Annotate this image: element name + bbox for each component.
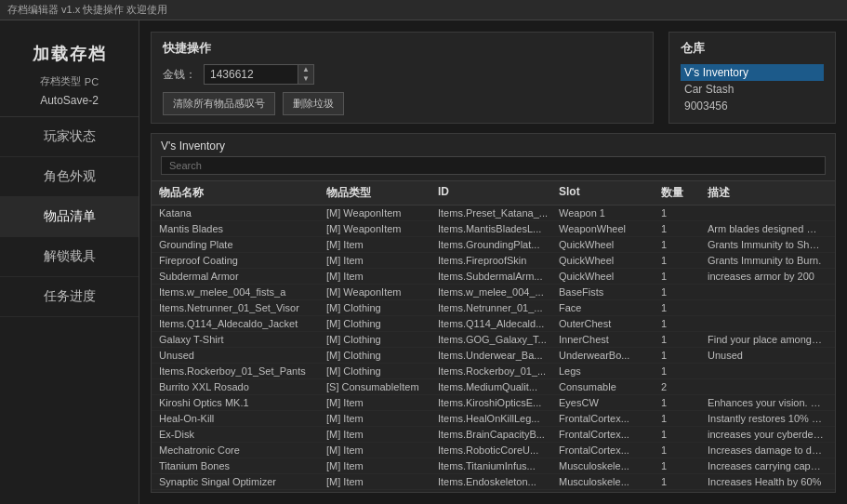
table-cell-4: 1 xyxy=(661,255,708,266)
table-header: 物品名称 物品类型 ID Slot 数量 描述 xyxy=(152,181,835,206)
table-cell-3: Face xyxy=(559,302,661,313)
money-up-button[interactable]: ▲ xyxy=(298,65,313,74)
table-row[interactable]: Subdermal Armor[M] ItemItems.SubdermalAr… xyxy=(152,269,835,285)
table-row[interactable]: Fireproof Coating[M] ItemItems.Fireproof… xyxy=(152,253,835,269)
table-row[interactable]: Katana[M] WeaponItemItems.Preset_Katana_… xyxy=(152,206,835,221)
sidebar: 加载存档 存档类型 PC AutoSave-2 玩家状态角色外观物品清单解锁载具… xyxy=(0,20,139,504)
table-cell-1: [M] Clothing xyxy=(326,350,438,361)
search-input[interactable] xyxy=(161,156,826,175)
sidebar-nav-quest-progress[interactable]: 任务进度 xyxy=(0,277,139,317)
sidebar-nav-char-appearance[interactable]: 角色外观 xyxy=(0,157,139,197)
money-down-button[interactable]: ▼ xyxy=(298,74,313,84)
table-cell-2: Items.KiroshiOpticsE... xyxy=(438,397,559,408)
table-cell-3: BaseFists xyxy=(559,286,661,298)
table-row[interactable]: Items.Netrunner_01_Set_Visor[M] Clothing… xyxy=(152,300,835,316)
table-cell-2: Items.MediumQualit... xyxy=(438,381,559,392)
col-desc: 描述 xyxy=(708,185,827,201)
table-row[interactable]: Nanorelays[M] ItemItems.ImprovedReact...… xyxy=(152,490,835,492)
table-cell-1: [M] Item xyxy=(326,255,438,266)
table-cell-3: Legs xyxy=(559,365,661,377)
table-cell-1: [M] Item xyxy=(326,476,438,487)
table-cell-0: Galaxy T-Shirt xyxy=(159,334,326,345)
table-cell-4: 1 xyxy=(661,223,708,234)
table-cell-2: Items.Endoskeleton... xyxy=(438,476,559,487)
table-cell-4: 1 xyxy=(661,334,708,345)
table-cell-0: Grounding Plate xyxy=(159,239,326,250)
warehouse-item-2[interactable]: 9003456 xyxy=(681,98,824,114)
table-cell-4: 2 xyxy=(661,381,708,392)
table-cell-4: 1 xyxy=(661,413,708,424)
table-cell-5 xyxy=(708,286,827,298)
sidebar-nav-inventory[interactable]: 物品清单 xyxy=(0,197,139,237)
money-input[interactable] xyxy=(205,66,298,83)
table-cell-5: Grants Immunity to Burn. xyxy=(708,255,827,266)
table-cell-1: [S] ConsumableItem xyxy=(326,381,438,392)
table-cell-3: Consumable xyxy=(559,381,661,392)
table-cell-5 xyxy=(708,302,827,313)
table-row[interactable]: Items.w_melee_004_fists_a[M] WeaponItemI… xyxy=(152,285,835,300)
sidebar-nav-player-state[interactable]: 玩家状态 xyxy=(0,117,139,157)
table-row[interactable]: Heal-On-Kill[M] ItemItems.HealOnKillLeg.… xyxy=(152,411,835,427)
table-cell-1: [M] Item xyxy=(326,271,438,282)
table-cell-5: increases armor by 200 xyxy=(708,271,827,282)
quick-ops-title: 快捷操作 xyxy=(163,40,642,57)
save-type-value: PC xyxy=(85,76,99,87)
table-cell-0: Burrito XXL Rosado xyxy=(159,381,326,392)
table-row[interactable]: Unused[M] ClothingItems.Underwear_Ba...U… xyxy=(152,348,835,364)
table-cell-1: [M] Item xyxy=(326,460,438,471)
table-row[interactable]: Mechatronic Core[M] ItemItems.RoboticCor… xyxy=(152,443,835,458)
table-cell-3: InnerChest xyxy=(559,334,661,345)
table-row[interactable]: Items.Q114_Aldecaldo_Jacket[M] ClothingI… xyxy=(152,316,835,332)
table-cell-1: [M] Item xyxy=(326,397,438,408)
table-row[interactable]: Synaptic Singal Optimizer[M] ItemItems.E… xyxy=(152,474,835,490)
table-cell-4: 1 xyxy=(661,444,708,456)
table-cell-1: [M] Clothing xyxy=(326,334,438,345)
table-row[interactable]: Grounding Plate[M] ItemItems.GroundingPl… xyxy=(152,237,835,253)
clear-exclamation-button[interactable]: 清除所有物品感叹号 xyxy=(163,92,275,115)
sidebar-nav-unlock-tools[interactable]: 解锁载具 xyxy=(0,237,139,277)
table-cell-3: FrontalCortex... xyxy=(559,413,661,424)
table-cell-0: Ex-Disk xyxy=(159,429,326,440)
warehouse-item-1[interactable]: Car Stash xyxy=(681,81,824,98)
table-cell-2: Items.GroundingPlat... xyxy=(438,239,559,250)
table-row[interactable]: Mantis Blades[M] WeaponItemItems.MantisB… xyxy=(152,221,835,237)
table-row[interactable]: Ex-Disk[M] ItemItems.BrainCapacityB...Fr… xyxy=(152,427,835,443)
table-cell-5: Increases Health by 60% xyxy=(708,476,827,487)
table-cell-0: Items.Q114_Aldecaldo_Jacket xyxy=(159,318,326,329)
table-cell-2: Items.TitaniumInfus... xyxy=(438,460,559,471)
col-slot: Slot xyxy=(559,185,661,201)
table-cell-0: Mantis Blades xyxy=(159,223,326,234)
table-cell-4: 1 xyxy=(661,207,708,219)
table-cell-1: [M] Clothing xyxy=(326,365,438,377)
table-cell-3: WeaponWheel xyxy=(559,223,661,234)
table-cell-4: 1 xyxy=(661,350,708,361)
table-row[interactable]: Galaxy T-Shirt[M] ClothingItems.GOG_Gala… xyxy=(152,332,835,348)
table-cell-0: Titanium Bones xyxy=(159,460,326,471)
table-cell-3: FrontalCortex... xyxy=(559,429,661,440)
col-name: 物品名称 xyxy=(159,185,326,201)
table-cell-2: Items.HealOnKillLeg... xyxy=(438,413,559,424)
delete-trash-button[interactable]: 删除垃圾 xyxy=(283,92,344,115)
warehouse-item-0[interactable]: V's Inventory xyxy=(681,64,824,81)
table-cell-1: [M] WeaponItem xyxy=(326,286,438,298)
table-cell-3: Musculoskele... xyxy=(559,476,661,487)
table-cell-2: Items.Netrunner_01_... xyxy=(438,302,559,313)
table-row[interactable]: Titanium Bones[M] ItemItems.TitaniumInfu… xyxy=(152,458,835,474)
table-cell-3: QuickWheel xyxy=(559,239,661,250)
warehouse-title: 仓库 xyxy=(681,40,824,57)
table-cell-5: Find your place amongst the stars xyxy=(708,334,827,345)
load-archive-button[interactable]: 加载存档 xyxy=(0,33,139,73)
table-row[interactable]: Items.Rockerboy_01_Set_Pants[M] Clothing… xyxy=(152,364,835,379)
table-cell-0: Items.w_melee_004_fists_a xyxy=(159,286,326,298)
table-cell-5: Enhances your vision. 3 Empty cybe xyxy=(708,397,827,408)
table-cell-2: Items.Rockerboy_01_... xyxy=(438,365,559,377)
table-row[interactable]: Kiroshi Optics MK.1[M] ItemItems.Kiroshi… xyxy=(152,395,835,411)
table-cell-4: 1 xyxy=(661,365,708,377)
table-cell-0: Items.Netrunner_01_Set_Visor xyxy=(159,302,326,313)
table-cell-1: [M] Clothing xyxy=(326,318,438,329)
table-row[interactable]: Burrito XXL Rosado[S] ConsumableItemItem… xyxy=(152,379,835,395)
table-body: Katana[M] WeaponItemItems.Preset_Katana_… xyxy=(152,206,835,492)
table-cell-3: EyesCW xyxy=(559,397,661,408)
table-cell-3: QuickWheel xyxy=(559,271,661,282)
content-area: 快捷操作 金钱： ▲ ▼ 清除所有物品感叹号 删除垃圾 xyxy=(139,20,847,504)
